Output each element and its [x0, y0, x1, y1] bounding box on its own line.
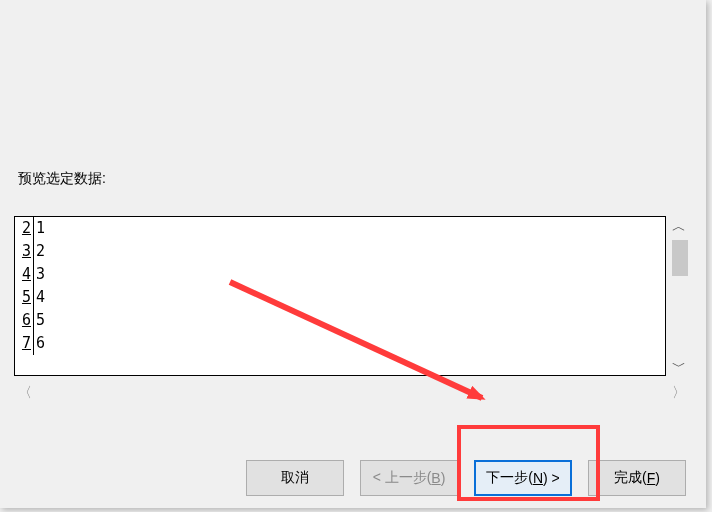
next-button-suffix: ) >: [543, 470, 560, 486]
next-button-mnemonic: N: [533, 470, 543, 486]
row-value: 6: [34, 332, 45, 355]
table-row[interactable]: 43: [15, 263, 665, 286]
back-button-prefix: < 上一步(: [373, 469, 432, 487]
finish-button[interactable]: 完成(F): [588, 460, 686, 496]
preview-label: 预览选定数据:: [18, 170, 106, 188]
row-value: 2: [34, 240, 45, 263]
scroll-down-icon[interactable]: ﹀: [672, 356, 686, 376]
scroll-right-icon[interactable]: 〉: [668, 384, 690, 402]
finish-button-mnemonic: F: [647, 470, 656, 486]
table-row[interactable]: 21: [15, 217, 665, 240]
table-row[interactable]: 76: [15, 332, 665, 355]
scroll-left-icon[interactable]: 〈: [14, 384, 36, 402]
button-bar: 取消 < 上一步(B) 下一步(N) > 完成(F): [0, 460, 706, 496]
back-button[interactable]: < 上一步(B): [360, 460, 458, 496]
row-lineno: 2: [15, 217, 34, 240]
finish-button-prefix: 完成(: [614, 469, 647, 487]
row-value: 1: [34, 217, 45, 240]
scroll-up-icon[interactable]: ︿: [672, 216, 686, 236]
back-button-suffix: ): [441, 470, 446, 486]
wizard-dialog: 预览选定数据: 213243546576 ︿ ﹀ 〈 〉 取消 < 上一步(B)…: [0, 0, 706, 508]
table-row[interactable]: 32: [15, 240, 665, 263]
next-button[interactable]: 下一步(N) >: [474, 460, 572, 496]
cancel-button[interactable]: 取消: [246, 460, 344, 496]
table-row[interactable]: 54: [15, 286, 665, 309]
preview-box[interactable]: 213243546576: [14, 216, 666, 376]
scroll-thumb[interactable]: [672, 240, 688, 276]
row-lineno: 4: [15, 263, 34, 286]
row-value: 5: [34, 309, 45, 332]
horizontal-scrollbar[interactable]: 〈 〉: [14, 380, 690, 406]
row-value: 3: [34, 263, 45, 286]
table-row[interactable]: 65: [15, 309, 665, 332]
row-lineno: 3: [15, 240, 34, 263]
back-button-mnemonic: B: [431, 470, 440, 486]
cancel-button-label: 取消: [281, 469, 309, 487]
row-value: 4: [34, 286, 45, 309]
row-lineno: 7: [15, 332, 34, 355]
row-lineno: 6: [15, 309, 34, 332]
next-button-prefix: 下一步(: [486, 469, 533, 487]
row-lineno: 5: [15, 286, 34, 309]
finish-button-suffix: ): [655, 470, 660, 486]
vertical-scrollbar[interactable]: ︿ ﹀: [668, 216, 690, 376]
preview-container: 213243546576 ︿ ﹀ 〈 〉: [14, 216, 690, 410]
